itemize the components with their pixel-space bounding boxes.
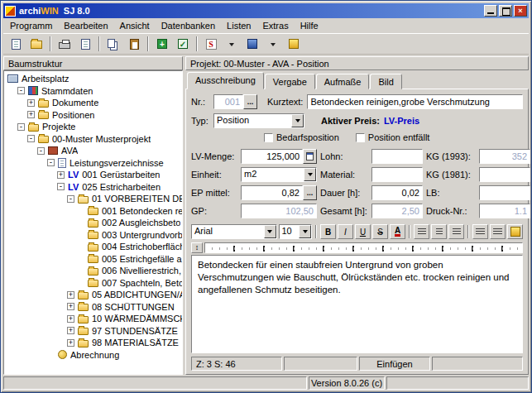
kurztext-field[interactable] xyxy=(307,94,523,109)
tree-item-abrechnung[interactable]: Abrechnung xyxy=(4,349,182,362)
lohn-field[interactable] xyxy=(371,149,423,164)
menu-bearbeiten[interactable]: Bearbeiten xyxy=(58,19,113,32)
collapse-icon[interactable]: - xyxy=(37,147,45,155)
tree-item-pos-007-spachteln[interactable]: 007 Spachteln, Beto xyxy=(4,277,182,290)
menu-hilfe[interactable]: Hilfe xyxy=(295,19,324,32)
druck-nr-field[interactable] xyxy=(479,204,530,218)
text-module-button[interactable] xyxy=(507,224,523,239)
lv-menge-calc-button[interactable] xyxy=(303,149,317,164)
expand-icon[interactable]: + xyxy=(67,315,74,323)
kg-1993-field[interactable] xyxy=(479,149,530,164)
tree-item-pos-004-estrichoberflaeche[interactable]: 004 Estrichoberfläch xyxy=(4,241,182,253)
tree-item-00-muster-musterprojekt[interactable]: - 00-Muster Musterprojekt xyxy=(4,133,182,146)
tree-item-10-waermedaemmschicht[interactable]: + 10 WÄRMEDÄMMSCH xyxy=(4,313,182,325)
einheit-select[interactable]: m2 xyxy=(241,167,317,182)
underline-button[interactable]: U xyxy=(355,224,371,239)
tab-ausschreibung[interactable]: Ausschreibung xyxy=(187,72,264,89)
tree-item-98-materialsaetze[interactable]: + 98 MATERIALSÄTZE xyxy=(4,337,182,349)
info-button[interactable] xyxy=(284,35,304,53)
menu-ansicht[interactable]: Ansicht xyxy=(114,19,156,32)
open-project-button[interactable] xyxy=(26,35,46,53)
ruler[interactable] xyxy=(204,242,523,253)
close-button[interactable]: × xyxy=(514,5,527,17)
tree-item-pos-005-estrichgefaelle[interactable]: 005 Estrichgefälle a xyxy=(4,253,182,266)
typ-select[interactable]: Position xyxy=(213,113,304,128)
kg-1981-field[interactable] xyxy=(479,167,530,182)
dauer-field[interactable] xyxy=(371,185,423,200)
ep-mittel-field[interactable] xyxy=(241,185,303,200)
ep-mittel-browse-button[interactable]: ... xyxy=(303,185,317,200)
font-color-button[interactable]: A xyxy=(390,224,405,239)
collapse-icon[interactable]: - xyxy=(67,195,74,203)
position-entfaellt-checkbox[interactable]: Position entfällt xyxy=(356,132,430,142)
align-center-button[interactable] xyxy=(431,224,447,239)
storno-button[interactable]: S xyxy=(201,35,221,53)
font-size-select[interactable]: 10 xyxy=(279,224,313,239)
tree-item-pos-002-ausgleichsbeton[interactable]: 002 Ausgleichsbeto xyxy=(4,217,182,229)
bold-button[interactable]: B xyxy=(320,224,336,239)
langtext-editor[interactable]: Betondecken für einen staubfreien Unterg… xyxy=(191,255,523,353)
tree-item-lv-001-geruestarbeiten[interactable]: + LV 001 Gerüstarbeiten xyxy=(4,169,182,181)
italic-button[interactable]: I xyxy=(338,224,353,239)
numbered-list-button[interactable] xyxy=(490,224,506,239)
tab-vergabe[interactable]: Vergabe xyxy=(265,74,315,89)
expand-icon[interactable]: + xyxy=(67,339,74,347)
tree-item-lv-025-estricharbeiten[interactable]: - LV 025 Estricharbeiten xyxy=(4,181,182,194)
expand-icon[interactable]: + xyxy=(67,303,74,310)
tree-item-05-abdichtungen[interactable]: + 05 ABDICHTUNGEN/A xyxy=(4,289,182,301)
nr-field[interactable] xyxy=(213,94,243,109)
tree-item-pos-003-untergrundvorbereitung[interactable]: 003 Untergrundvorb xyxy=(4,229,182,242)
tree-item-01-vorbereiten[interactable]: - 01 VORBEREITEN DES xyxy=(4,193,182,205)
chevron-down-icon[interactable] xyxy=(291,114,304,127)
tree-item-dokumente[interactable]: + Dokumente xyxy=(4,97,182,109)
material-field[interactable] xyxy=(371,167,423,182)
paragraph-spin-button[interactable]: ↕ xyxy=(191,242,203,253)
new-document-button[interactable] xyxy=(6,35,26,53)
nr-browse-button[interactable]: ... xyxy=(243,94,257,109)
expand-icon[interactable]: + xyxy=(27,111,35,118)
collapse-icon[interactable]: - xyxy=(17,87,25,94)
collapse-icon[interactable]: - xyxy=(27,135,35,142)
collapse-icon[interactable]: - xyxy=(57,183,65,190)
menu-programm[interactable]: Programm xyxy=(4,19,58,32)
lb-field[interactable] xyxy=(479,185,530,200)
gp-field[interactable] xyxy=(241,204,317,218)
chevron-down-icon[interactable] xyxy=(299,225,311,238)
lv-menge-field[interactable] xyxy=(241,149,303,164)
chevron-down-icon[interactable] xyxy=(264,225,276,238)
database-dropdown-button[interactable] xyxy=(263,35,283,53)
minimize-button[interactable] xyxy=(484,5,497,17)
expand-icon[interactable]: + xyxy=(67,291,74,299)
database-button[interactable] xyxy=(242,35,262,53)
tree-item-pos-001-betondecken[interactable]: 001 Betondecken re xyxy=(4,205,182,218)
align-right-button[interactable] xyxy=(448,224,464,239)
menu-extras[interactable]: Extras xyxy=(256,19,294,32)
expand-icon[interactable]: + xyxy=(67,327,74,334)
bullet-list-button[interactable] xyxy=(472,224,488,239)
storno-dropdown-button[interactable] xyxy=(222,35,242,53)
tree-item-08-schuettungen[interactable]: + 08 SCHÜTTUNGEN xyxy=(4,301,182,314)
expand-icon[interactable]: + xyxy=(57,171,65,179)
paste-button[interactable] xyxy=(124,35,144,53)
tab-aufmasse[interactable]: Aufmaße xyxy=(316,74,370,89)
print-preview-button[interactable] xyxy=(75,35,95,53)
collapse-icon[interactable]: - xyxy=(47,159,55,166)
menu-listen[interactable]: Listen xyxy=(221,19,256,32)
bedarfsposition-checkbox[interactable]: Bedarfsposition xyxy=(264,132,339,142)
print-button[interactable] xyxy=(55,35,74,53)
tree-item-stammdaten[interactable]: - Stammdaten xyxy=(4,85,182,98)
tree-item-positionen[interactable]: + Positionen xyxy=(4,109,182,122)
collapse-icon[interactable]: - xyxy=(17,123,25,131)
strikethrough-button[interactable]: S xyxy=(372,224,388,239)
font-family-select[interactable]: Arial xyxy=(191,224,277,239)
tree-item-ava[interactable]: - AVA xyxy=(4,145,182,157)
gesamt-field[interactable] xyxy=(371,204,423,218)
menu-datenbanken[interactable]: Datenbanken xyxy=(156,19,221,32)
copy-button[interactable] xyxy=(103,35,123,53)
expand-icon[interactable]: + xyxy=(27,99,35,107)
tab-bild[interactable]: Bild xyxy=(370,74,401,89)
align-left-button[interactable] xyxy=(414,224,429,239)
maximize-button[interactable] xyxy=(499,5,512,17)
tree-item-projekte[interactable]: - Projekte xyxy=(4,121,182,133)
tree-item-arbeitsplatz[interactable]: Arbeitsplatz xyxy=(4,73,182,85)
